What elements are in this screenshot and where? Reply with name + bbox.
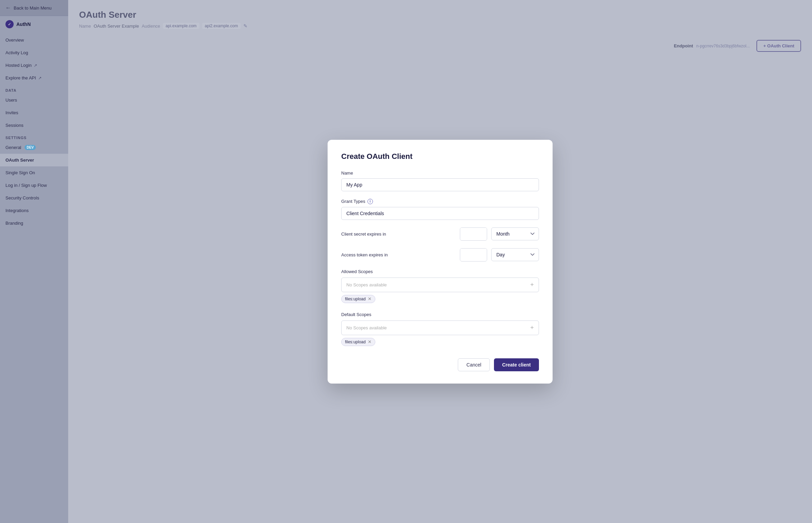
default-scopes-add-icon[interactable]: + — [530, 324, 534, 331]
sidebar-item-activity-log[interactable]: Activity Log — [0, 46, 68, 59]
overview-label: Overview — [5, 38, 24, 43]
invites-label: Invites — [5, 110, 18, 115]
general-label: General — [5, 145, 21, 150]
sidebar-item-users[interactable]: Users — [0, 94, 68, 106]
external-link-icon: ↗ — [34, 63, 37, 68]
default-scope-tag-remove-button[interactable]: ✕ — [368, 340, 372, 344]
sidebar-item-branding[interactable]: Branding — [0, 217, 68, 229]
grant-types-form-group: Grant Types i — [341, 199, 539, 220]
sessions-label: Sessions — [5, 123, 24, 128]
grant-types-field-label: Grant Types i — [341, 199, 539, 204]
users-label: Users — [5, 98, 17, 103]
log-in-sign-up-label: Log in / Sign up Flow — [5, 183, 47, 188]
dev-badge: DEV — [25, 145, 36, 150]
authn-section: ✓ AuthN — [0, 16, 68, 32]
client-secret-number-input: ▲ ▼ — [460, 227, 487, 241]
explore-api-label: Explore the API — [5, 75, 36, 80]
sidebar-item-general[interactable]: General DEV — [0, 141, 68, 154]
access-token-label: Access token expires in — [341, 252, 456, 257]
oauth-server-label: OAuth Server — [5, 158, 34, 163]
sidebar-item-overview[interactable]: Overview — [0, 34, 68, 46]
default-scopes-tags: files:upload ✕ — [341, 338, 539, 347]
sidebar-item-invites[interactable]: Invites — [0, 106, 68, 119]
back-label: Back to Main Menu — [14, 5, 51, 11]
allowed-scopes-section: Allowed Scopes No Scopes available + fil… — [341, 269, 539, 304]
back-to-main-menu[interactable]: ← Back to Main Menu — [0, 0, 68, 16]
sidebar-item-security-controls[interactable]: Security Controls — [0, 192, 68, 204]
branding-label: Branding — [5, 221, 23, 226]
allowed-scopes-placeholder: No Scopes available — [346, 282, 387, 287]
access-token-unit-select[interactable]: Day Minute Hour Week Month — [491, 248, 539, 261]
client-secret-label: Client secret expires in — [341, 231, 456, 237]
sidebar-item-integrations[interactable]: Integrations — [0, 204, 68, 217]
activity-log-label: Activity Log — [5, 50, 28, 55]
default-scopes-section: Default Scopes No Scopes available + fil… — [341, 312, 539, 347]
cancel-button[interactable]: Cancel — [458, 358, 490, 371]
authn-shield-icon: ✓ — [5, 20, 14, 28]
name-field-label: Name — [341, 170, 539, 176]
sidebar-item-single-sign-on[interactable]: Single Sign On — [0, 166, 68, 179]
client-secret-expires-row: Client secret expires in ▲ ▼ Month Day W… — [341, 227, 539, 241]
back-arrow-icon: ← — [5, 5, 11, 11]
default-scopes-placeholder: No Scopes available — [346, 325, 387, 330]
sidebar-item-sessions[interactable]: Sessions — [0, 119, 68, 132]
hosted-login-label: Hosted Login — [5, 63, 32, 68]
name-form-group: Name — [341, 170, 539, 191]
access-token-number-input: ▲ ▼ — [460, 248, 487, 262]
sidebar: ← Back to Main Menu ✓ AuthN Overview Act… — [0, 0, 68, 523]
default-scopes-input-row[interactable]: No Scopes available + — [341, 320, 539, 335]
name-input[interactable] — [341, 178, 539, 191]
sidebar-item-oauth-server[interactable]: OAuth Server — [0, 154, 68, 166]
sidebar-item-log-in-sign-up[interactable]: Log in / Sign up Flow — [0, 179, 68, 192]
grant-types-input[interactable] — [341, 207, 539, 220]
sidebar-item-hosted-login[interactable]: Hosted Login ↗ — [0, 59, 68, 72]
client-secret-unit-select[interactable]: Month Day Week Year Never — [491, 227, 539, 240]
main-content: OAuth Server Name OAuth Server Example A… — [68, 0, 812, 523]
allowed-scopes-tags: files:upload ✕ — [341, 295, 539, 304]
external-link-icon-2: ↗ — [38, 76, 42, 80]
default-scope-tag-label: files:upload — [345, 340, 366, 344]
modal-title: Create OAuth Client — [341, 152, 539, 161]
settings-section-label: SETTINGS — [0, 132, 68, 141]
authn-label: AuthN — [16, 21, 31, 27]
modal-footer: Cancel Create client — [341, 358, 539, 371]
client-secret-number-field[interactable] — [460, 228, 487, 240]
allowed-scope-tag-remove-button[interactable]: ✕ — [368, 297, 372, 301]
single-sign-on-label: Single Sign On — [5, 170, 35, 175]
sidebar-item-explore-api[interactable]: Explore the API ↗ — [0, 72, 68, 84]
security-controls-label: Security Controls — [5, 195, 39, 200]
allowed-scopes-add-icon[interactable]: + — [530, 281, 534, 288]
sidebar-nav: Overview Activity Log Hosted Login ↗ Exp… — [0, 32, 68, 231]
allowed-scope-tag-files-upload: files:upload ✕ — [341, 295, 375, 303]
access-token-number-field[interactable] — [460, 249, 487, 261]
create-client-button[interactable]: Create client — [494, 358, 539, 371]
allowed-scopes-label: Allowed Scopes — [341, 269, 539, 274]
modal-overlay: Create OAuth Client Name Grant Types i C… — [68, 0, 812, 523]
default-scopes-label: Default Scopes — [341, 312, 539, 317]
default-scope-tag-files-upload: files:upload ✕ — [341, 338, 375, 346]
access-token-expires-row: Access token expires in ▲ ▼ Day Minute H… — [341, 248, 539, 262]
allowed-scopes-input-row[interactable]: No Scopes available + — [341, 278, 539, 292]
grant-types-info-icon[interactable]: i — [367, 199, 373, 204]
data-section-label: DATA — [0, 84, 68, 94]
allowed-scope-tag-label: files:upload — [345, 297, 366, 301]
integrations-label: Integrations — [5, 208, 29, 213]
create-oauth-client-modal: Create OAuth Client Name Grant Types i C… — [328, 140, 553, 384]
